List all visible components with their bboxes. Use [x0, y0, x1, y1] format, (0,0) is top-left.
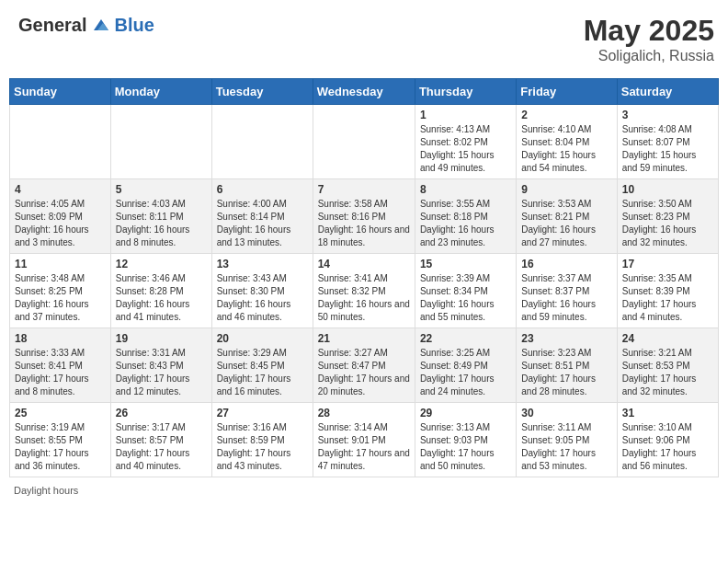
day-number: 7 — [318, 183, 410, 196]
day-info: Sunrise: 4:05 AMSunset: 8:09 PMDaylight:… — [15, 198, 106, 249]
calendar-cell: 3Sunrise: 4:08 AMSunset: 8:07 PMDaylight… — [617, 105, 718, 179]
logo-blue: Blue — [114, 15, 154, 36]
calendar-cell: 20Sunrise: 3:29 AMSunset: 8:45 PMDayligh… — [211, 328, 313, 403]
day-info: Sunrise: 4:13 AMSunset: 8:02 PMDaylight:… — [420, 123, 511, 175]
weekday-header-saturday: Saturday — [617, 79, 718, 105]
day-number: 19 — [116, 332, 207, 345]
day-number: 24 — [622, 332, 713, 345]
day-number: 15 — [420, 258, 511, 270]
day-info: Sunrise: 3:39 AMSunset: 8:34 PMDaylight:… — [420, 272, 511, 324]
calendar-cell: 24Sunrise: 3:21 AMSunset: 8:53 PMDayligh… — [617, 328, 718, 403]
day-info: Sunrise: 3:16 AMSunset: 8:59 PMDaylight:… — [217, 421, 308, 473]
calendar-cell: 17Sunrise: 3:35 AMSunset: 8:39 PMDayligh… — [617, 254, 718, 328]
day-number: 2 — [521, 109, 611, 121]
day-number: 22 — [420, 332, 511, 345]
day-info: Sunrise: 4:08 AMSunset: 8:07 PMDaylight:… — [622, 123, 713, 175]
calendar-cell: 5Sunrise: 4:03 AMSunset: 8:11 PMDaylight… — [110, 179, 211, 254]
logo-icon — [90, 14, 112, 36]
day-number: 17 — [622, 258, 713, 270]
title-block: May 2025 Soligalich, Russia — [584, 14, 714, 64]
calendar-cell: 9Sunrise: 3:53 AMSunset: 8:21 PMDaylight… — [517, 179, 617, 254]
calendar-cell: 28Sunrise: 3:14 AMSunset: 9:01 PMDayligh… — [313, 403, 415, 477]
day-info: Sunrise: 3:43 AMSunset: 8:30 PMDaylight:… — [217, 272, 308, 324]
day-number: 25 — [15, 407, 106, 419]
day-number: 21 — [318, 332, 410, 345]
day-info: Sunrise: 3:48 AMSunset: 8:25 PMDaylight:… — [15, 272, 106, 324]
day-number: 4 — [15, 183, 106, 196]
calendar-cell: 12Sunrise: 3:46 AMSunset: 8:28 PMDayligh… — [110, 254, 211, 328]
calendar-cell: 1Sunrise: 4:13 AMSunset: 8:02 PMDaylight… — [415, 105, 516, 179]
calendar-cell: 26Sunrise: 3:17 AMSunset: 8:57 PMDayligh… — [110, 403, 211, 477]
calendar-cell — [211, 105, 313, 179]
day-info: Sunrise: 4:00 AMSunset: 8:14 PMDaylight:… — [217, 198, 308, 249]
calendar-cell — [110, 105, 211, 179]
day-number: 29 — [420, 407, 511, 419]
week-row-2: 4Sunrise: 4:05 AMSunset: 8:09 PMDaylight… — [10, 179, 719, 254]
calendar-cell: 18Sunrise: 3:33 AMSunset: 8:41 PMDayligh… — [10, 328, 111, 403]
day-number: 5 — [116, 183, 207, 196]
day-info: Sunrise: 3:33 AMSunset: 8:41 PMDaylight:… — [15, 347, 106, 398]
footer: Daylight hours — [9, 485, 719, 496]
day-number: 23 — [521, 332, 611, 345]
month-year-title: May 2025 — [584, 14, 714, 48]
week-row-4: 18Sunrise: 3:33 AMSunset: 8:41 PMDayligh… — [10, 328, 719, 403]
calendar-cell: 19Sunrise: 3:31 AMSunset: 8:43 PMDayligh… — [110, 328, 211, 403]
day-info: Sunrise: 3:31 AMSunset: 8:43 PMDaylight:… — [116, 347, 207, 398]
day-number: 3 — [622, 109, 713, 121]
calendar-cell: 29Sunrise: 3:13 AMSunset: 9:03 PMDayligh… — [415, 403, 516, 477]
calendar-cell: 16Sunrise: 3:37 AMSunset: 8:37 PMDayligh… — [517, 254, 617, 328]
day-info: Sunrise: 3:35 AMSunset: 8:39 PMDaylight:… — [622, 272, 713, 324]
day-info: Sunrise: 3:27 AMSunset: 8:47 PMDaylight:… — [318, 347, 410, 398]
page-header: General Blue May 2025 Soligalich, Russia — [9, 9, 719, 69]
day-number: 16 — [521, 258, 611, 270]
calendar-cell: 23Sunrise: 3:23 AMSunset: 8:51 PMDayligh… — [517, 328, 617, 403]
calendar-cell: 27Sunrise: 3:16 AMSunset: 8:59 PMDayligh… — [211, 403, 313, 477]
calendar-cell: 6Sunrise: 4:00 AMSunset: 8:14 PMDaylight… — [211, 179, 313, 254]
day-info: Sunrise: 3:29 AMSunset: 8:45 PMDaylight:… — [217, 347, 308, 398]
weekday-header-tuesday: Tuesday — [211, 79, 313, 105]
day-number: 28 — [318, 407, 410, 419]
day-number: 9 — [521, 183, 611, 196]
day-info: Sunrise: 3:21 AMSunset: 8:53 PMDaylight:… — [622, 347, 713, 398]
weekday-header-row: SundayMondayTuesdayWednesdayThursdayFrid… — [10, 79, 719, 105]
weekday-header-wednesday: Wednesday — [313, 79, 415, 105]
day-number: 12 — [116, 258, 207, 270]
logo-general: General — [18, 15, 86, 36]
calendar-cell: 13Sunrise: 3:43 AMSunset: 8:30 PMDayligh… — [211, 254, 313, 328]
calendar-table: SundayMondayTuesdayWednesdayThursdayFrid… — [9, 78, 719, 477]
day-info: Sunrise: 3:25 AMSunset: 8:49 PMDaylight:… — [420, 347, 511, 398]
day-info: Sunrise: 3:14 AMSunset: 9:01 PMDaylight:… — [318, 421, 410, 473]
calendar-cell: 8Sunrise: 3:55 AMSunset: 8:18 PMDaylight… — [415, 179, 516, 254]
logo: General Blue — [18, 14, 154, 36]
day-number: 20 — [217, 332, 308, 345]
weekday-header-friday: Friday — [517, 79, 617, 105]
week-row-5: 25Sunrise: 3:19 AMSunset: 8:55 PMDayligh… — [10, 403, 719, 477]
day-info: Sunrise: 3:17 AMSunset: 8:57 PMDaylight:… — [116, 421, 207, 473]
day-number: 1 — [420, 109, 511, 121]
day-info: Sunrise: 3:41 AMSunset: 8:32 PMDaylight:… — [318, 272, 410, 324]
calendar-cell: 22Sunrise: 3:25 AMSunset: 8:49 PMDayligh… — [415, 328, 516, 403]
calendar-cell: 14Sunrise: 3:41 AMSunset: 8:32 PMDayligh… — [313, 254, 415, 328]
weekday-header-sunday: Sunday — [10, 79, 111, 105]
day-info: Sunrise: 3:11 AMSunset: 9:05 PMDaylight:… — [521, 421, 611, 473]
day-number: 13 — [217, 258, 308, 270]
day-info: Sunrise: 3:37 AMSunset: 8:37 PMDaylight:… — [521, 272, 611, 324]
day-number: 27 — [217, 407, 308, 419]
day-info: Sunrise: 3:10 AMSunset: 9:06 PMDaylight:… — [622, 421, 713, 473]
weekday-header-monday: Monday — [110, 79, 211, 105]
week-row-1: 1Sunrise: 4:13 AMSunset: 8:02 PMDaylight… — [10, 105, 719, 179]
calendar-cell: 11Sunrise: 3:48 AMSunset: 8:25 PMDayligh… — [10, 254, 111, 328]
calendar-cell: 15Sunrise: 3:39 AMSunset: 8:34 PMDayligh… — [415, 254, 516, 328]
calendar-cell: 7Sunrise: 3:58 AMSunset: 8:16 PMDaylight… — [313, 179, 415, 254]
day-info: Sunrise: 3:55 AMSunset: 8:18 PMDaylight:… — [420, 198, 511, 249]
calendar-cell: 4Sunrise: 4:05 AMSunset: 8:09 PMDaylight… — [10, 179, 111, 254]
day-info: Sunrise: 3:58 AMSunset: 8:16 PMDaylight:… — [318, 198, 410, 249]
calendar-cell: 30Sunrise: 3:11 AMSunset: 9:05 PMDayligh… — [517, 403, 617, 477]
day-number: 26 — [116, 407, 207, 419]
day-info: Sunrise: 3:50 AMSunset: 8:23 PMDaylight:… — [622, 198, 713, 249]
day-info: Sunrise: 3:46 AMSunset: 8:28 PMDaylight:… — [116, 272, 207, 324]
calendar-cell: 21Sunrise: 3:27 AMSunset: 8:47 PMDayligh… — [313, 328, 415, 403]
day-info: Sunrise: 3:53 AMSunset: 8:21 PMDaylight:… — [521, 198, 611, 249]
calendar-cell: 10Sunrise: 3:50 AMSunset: 8:23 PMDayligh… — [617, 179, 718, 254]
day-number: 14 — [318, 258, 410, 270]
